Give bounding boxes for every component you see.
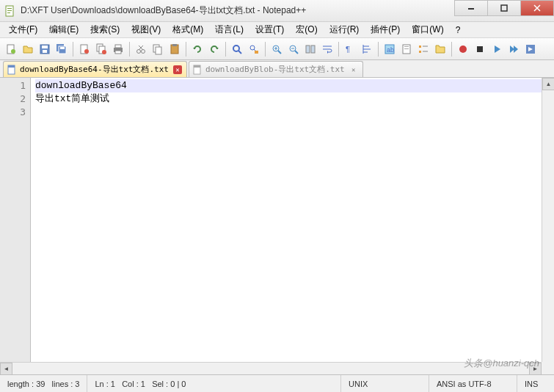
scroll-track[interactable] [12, 363, 529, 374]
code-area[interactable]: downloadByBase64 导出txt简单测试 [31, 78, 554, 374]
svg-text:ab: ab [387, 46, 394, 54]
menu-macro[interactable]: 宏(O) [290, 22, 323, 37]
svg-rect-34 [311, 46, 315, 53]
sync-scroll-icon[interactable] [302, 41, 318, 57]
menu-format[interactable]: 格式(M) [167, 22, 209, 37]
function-list-icon[interactable] [415, 41, 431, 57]
minimize-button[interactable] [454, 0, 488, 16]
svg-rect-10 [43, 50, 47, 53]
svg-rect-44 [477, 46, 483, 52]
window-title: D:\XFT User\Downloads\downloadByBase64-导… [21, 4, 455, 17]
menu-run[interactable]: 运行(R) [324, 22, 365, 37]
indent-guide-icon[interactable] [359, 41, 375, 57]
svg-rect-21 [115, 51, 121, 54]
play-macro-icon[interactable] [489, 41, 505, 57]
zoom-out-icon[interactable] [285, 41, 302, 57]
undo-icon[interactable] [189, 41, 205, 57]
close-file-icon[interactable] [76, 41, 92, 57]
code-line [35, 106, 550, 119]
close-button[interactable] [520, 0, 554, 16]
cut-icon[interactable] [133, 41, 149, 57]
maximize-button[interactable] [487, 0, 521, 16]
menu-language[interactable]: 语言(L) [209, 22, 249, 37]
redo-icon[interactable] [206, 41, 222, 57]
svg-point-15 [84, 49, 89, 54]
file-icon [192, 65, 203, 75]
svg-rect-3 [7, 12, 10, 13]
menu-plugins[interactable]: 插件(P) [365, 22, 406, 37]
save-all-icon[interactable] [54, 41, 70, 57]
menu-file[interactable]: 文件(F) [3, 22, 43, 37]
scroll-up-icon[interactable]: ▲ [542, 78, 554, 90]
menu-edit[interactable]: 编辑(E) [43, 22, 84, 37]
menu-search[interactable]: 搜索(S) [84, 22, 125, 37]
svg-rect-27 [172, 44, 177, 46]
scroll-right-icon[interactable]: ► [529, 363, 542, 375]
print-icon[interactable] [110, 41, 126, 57]
open-file-icon[interactable] [20, 41, 36, 57]
status-encoding: ANSI as UTF-8 [429, 375, 517, 392]
code-line: downloadByBase64 [35, 79, 550, 92]
svg-point-7 [11, 49, 15, 54]
menu-help[interactable]: ? [450, 23, 467, 37]
svg-rect-25 [156, 47, 161, 54]
word-wrap-icon[interactable] [319, 41, 335, 57]
toolbar-separator [186, 42, 186, 57]
show-all-chars-icon[interactable]: ¶ [342, 41, 358, 57]
svg-rect-9 [42, 46, 48, 48]
svg-rect-2 [7, 10, 12, 11]
folder-tree-icon[interactable] [432, 41, 448, 57]
play-multi-icon[interactable] [506, 41, 522, 57]
user-lang-icon[interactable]: ab [382, 41, 398, 57]
toolbar-separator [265, 42, 266, 57]
svg-rect-19 [115, 45, 121, 48]
find-icon[interactable] [229, 41, 245, 57]
new-file-icon[interactable] [3, 41, 19, 57]
save-macro-icon[interactable] [522, 41, 539, 57]
close-all-icon[interactable] [93, 41, 109, 57]
status-bar: length : 39 lines : 3 Ln : 1 Col : 1 Sel… [0, 374, 554, 392]
zoom-in-icon[interactable] [269, 41, 285, 57]
record-macro-icon[interactable] [455, 41, 471, 57]
save-icon[interactable] [37, 41, 53, 57]
svg-point-28 [233, 46, 239, 51]
status-position: Ln : 1 Col : 1 Sel : 0 | 0 [87, 375, 341, 392]
svg-point-18 [102, 50, 106, 54]
file-icon [7, 65, 17, 75]
tab-inactive[interactable]: downloadByBlob-导出txt文档.txt ✕ [189, 61, 363, 77]
svg-rect-33 [306, 46, 310, 53]
svg-rect-1 [7, 8, 12, 9]
svg-rect-42 [419, 51, 421, 53]
horizontal-scrollbar[interactable]: ◄ ► [0, 362, 542, 374]
menu-bar: 文件(F) 编辑(E) 搜索(S) 视图(V) 格式(M) 语言(L) 设置(T… [0, 22, 554, 38]
svg-rect-40 [404, 48, 409, 49]
title-bar: D:\XFT User\Downloads\downloadByBase64-导… [0, 0, 554, 22]
scroll-left-icon[interactable]: ◄ [0, 363, 12, 375]
menu-settings[interactable]: 设置(T) [249, 22, 290, 37]
line-number: 1 [0, 79, 26, 92]
tab-label: downloadByBlob-导出txt文档.txt [205, 64, 345, 75]
stop-macro-icon[interactable] [472, 41, 488, 57]
tab-active[interactable]: downloadByBase64-导出txt文档.txt ✕ [3, 61, 187, 77]
menu-view[interactable]: 视图(V) [125, 22, 167, 37]
svg-rect-49 [194, 65, 200, 68]
toolbar-separator [129, 42, 130, 57]
replace-icon[interactable] [246, 41, 262, 57]
tab-close-icon[interactable]: ✕ [349, 65, 358, 74]
svg-rect-39 [404, 46, 409, 47]
menu-window[interactable]: 窗口(W) [406, 22, 449, 37]
doc-map-icon[interactable] [398, 41, 415, 57]
app-icon [4, 5, 16, 17]
toolbar-separator [378, 42, 379, 57]
svg-rect-13 [60, 47, 65, 49]
tab-close-icon[interactable]: ✕ [173, 65, 182, 74]
line-number-gutter: 1 2 3 [0, 78, 31, 374]
copy-icon[interactable] [150, 41, 166, 57]
svg-rect-4 [468, 8, 474, 10]
paste-icon[interactable] [167, 41, 183, 57]
vertical-scrollbar[interactable]: ▲ [542, 78, 554, 374]
toolbar-separator [338, 42, 339, 57]
svg-rect-41 [419, 46, 421, 48]
svg-rect-30 [255, 51, 258, 54]
line-number: 2 [0, 92, 26, 106]
